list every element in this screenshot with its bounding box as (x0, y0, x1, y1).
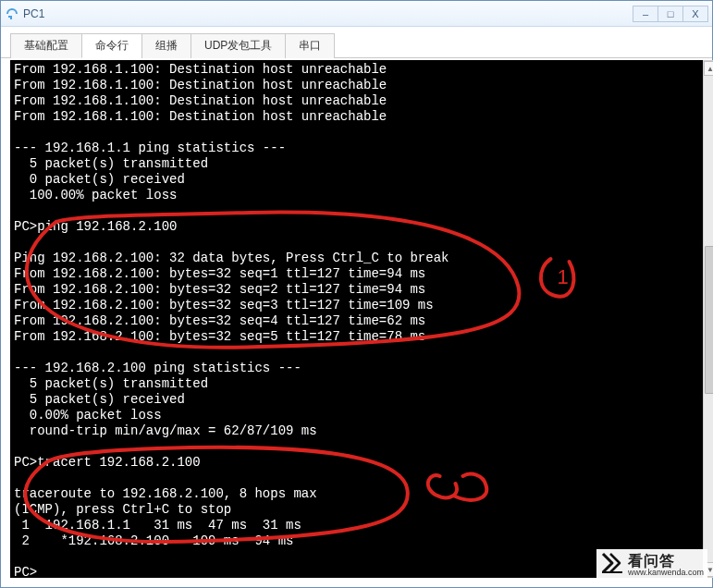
minimize-button[interactable]: – (633, 6, 658, 22)
tab-bar: 基础配置 命令行 组播 UDP发包工具 串口 (1, 27, 712, 58)
window-title: PC1 (23, 7, 633, 20)
titlebar: PC1 – □ X (1, 1, 712, 27)
scroll-up-button[interactable]: ▲ (704, 61, 713, 76)
tab-basic-config[interactable]: 基础配置 (10, 33, 82, 58)
tab-udp-tool[interactable]: UDP发包工具 (191, 33, 286, 58)
watermark: 看问答 www.kanwenda.com (596, 549, 707, 581)
tab-serial[interactable]: 串口 (285, 33, 335, 58)
watermark-logo-icon (600, 551, 624, 579)
terminal-output[interactable]: From 192.168.1.100: Destination host unr… (10, 60, 703, 578)
scroll-thumb[interactable] (705, 246, 713, 394)
terminal-container: From 192.168.1.100: Destination host unr… (10, 60, 703, 578)
app-window: PC1 – □ X 基础配置 命令行 组播 UDP发包工具 串口 From 19… (0, 0, 713, 588)
watermark-text-cn: 看问答 (628, 554, 704, 569)
tab-command-line[interactable]: 命令行 (81, 33, 142, 58)
app-icon (5, 6, 19, 21)
tab-multicast[interactable]: 组播 (141, 33, 191, 58)
window-controls: – □ X (633, 6, 708, 22)
maximize-button[interactable]: □ (658, 6, 683, 22)
watermark-text-url: www.kanwenda.com (628, 569, 704, 577)
scrollbar[interactable]: ▲ ▼ (703, 60, 713, 578)
scroll-track[interactable] (704, 76, 713, 562)
close-button[interactable]: X (682, 6, 708, 22)
